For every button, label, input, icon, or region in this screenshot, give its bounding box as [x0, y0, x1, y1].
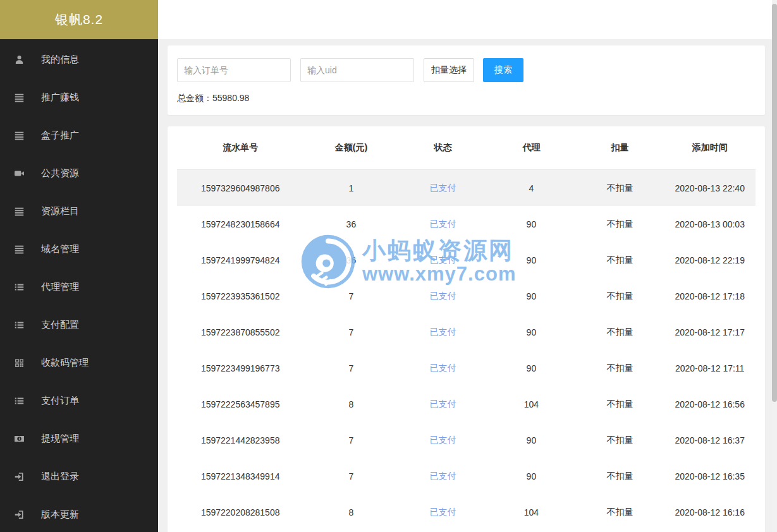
deduct-cell: 不扣量: [575, 507, 664, 518]
table-row: 15972213483499147已支付90不扣量2020-08-12 16:3…: [177, 458, 756, 494]
qrcode-icon: [14, 358, 25, 368]
deduct-select-button[interactable]: 扣量选择: [424, 58, 474, 82]
sidebar-item-withdraw-manage[interactable]: 提现管理: [0, 420, 158, 457]
sidebar-item-label: 盒子推广: [41, 130, 79, 142]
deduct-cell: 不扣量: [575, 183, 664, 194]
status-paid-link[interactable]: 已支付: [398, 399, 487, 410]
sidebar-item-version-update[interactable]: 版本更新: [0, 495, 158, 532]
list-icon: [14, 244, 25, 255]
sidebar-item-label: 推广赚钱: [41, 92, 79, 104]
column-header: 流水单号: [177, 142, 303, 154]
sidebar-item-agent-manage[interactable]: 代理管理: [0, 268, 158, 306]
order-number-cell: 1597221348349914: [177, 471, 303, 481]
amount-cell: 7: [303, 327, 398, 337]
deduct-cell: 不扣量: [575, 327, 664, 338]
status-paid-link[interactable]: 已支付: [398, 435, 487, 446]
column-header: 扣量: [575, 142, 664, 154]
sidebar-item-pay-config[interactable]: 支付配置: [0, 306, 158, 344]
status-paid-link[interactable]: 已支付: [398, 507, 487, 518]
scrollbar-track[interactable]: [772, 0, 777, 532]
order-number-cell: 1597222563457895: [177, 399, 303, 409]
order-number-cell: 1597221442823958: [177, 435, 303, 445]
sidebar-item-my-info[interactable]: 我的信息: [0, 40, 158, 78]
sidebar-item-label: 我的信息: [41, 54, 79, 66]
uid-input[interactable]: [300, 58, 414, 82]
search-button[interactable]: 搜索: [483, 58, 523, 82]
agent-cell: 90: [487, 327, 575, 337]
time-cell: 2020-08-12 16:35: [664, 471, 756, 481]
table-row: 15972225634578958已支付104不扣量2020-08-12 16:…: [177, 386, 756, 422]
orders-table-card: 流水单号金额(元)状态代理扣量添加时间 15973296049878061已支付…: [168, 126, 765, 532]
list-ul-icon: [14, 396, 25, 406]
list-icon: [14, 206, 25, 217]
sidebar-item-logout[interactable]: 退出登录: [0, 457, 158, 495]
table-body: 15973296049878061已支付4不扣量2020-08-13 22:40…: [177, 170, 756, 530]
order-number-cell: 1597223935361502: [177, 291, 303, 301]
total-amount-text: 总金额：55980.98: [177, 93, 756, 104]
status-paid-link[interactable]: 已支付: [398, 219, 487, 230]
time-cell: 2020-08-12 16:56: [664, 399, 756, 409]
sidebar-item-label: 退出登录: [41, 471, 79, 483]
sidebar-item-label: 域名管理: [41, 243, 79, 255]
deduct-cell: 不扣量: [575, 399, 664, 410]
sidebar-item-label: 公共资源: [41, 167, 79, 179]
amount-cell: 36: [303, 255, 398, 265]
time-cell: 2020-08-13 22:40: [664, 183, 756, 193]
video-icon: [14, 168, 25, 179]
sidebar-item-label: 代理管理: [41, 281, 79, 293]
table-row: 15972234991967737已支付90不扣量2020-08-12 17:1…: [177, 350, 756, 386]
table-row: 15972202082815088已支付104不扣量2020-08-12 16:…: [177, 494, 756, 530]
status-paid-link[interactable]: 已支付: [398, 183, 487, 194]
order-number-input[interactable]: [177, 58, 291, 82]
amount-cell: 8: [303, 507, 398, 517]
sidebar-item-resource-column[interactable]: 资源栏目: [0, 192, 158, 230]
status-paid-link[interactable]: 已支付: [398, 255, 487, 266]
deduct-cell: 不扣量: [575, 435, 664, 446]
time-cell: 2020-08-12 17:17: [664, 327, 756, 337]
agent-cell: 90: [487, 219, 575, 229]
status-paid-link[interactable]: 已支付: [398, 363, 487, 374]
list-icon: [14, 130, 25, 141]
amount-cell: 1: [303, 183, 398, 193]
scrollbar-thumb[interactable]: [772, 4, 777, 402]
table-row: 15972238708555027已支付90不扣量2020-08-12 17:1…: [177, 314, 756, 350]
table-row: 159724823015866436已支付90不扣量2020-08-13 00:…: [177, 206, 756, 242]
time-cell: 2020-08-12 22:19: [664, 255, 756, 265]
deduct-cell: 不扣量: [575, 363, 664, 374]
column-header: 添加时间: [664, 142, 756, 154]
amount-cell: 7: [303, 471, 398, 481]
agent-cell: 104: [487, 507, 575, 517]
time-cell: 2020-08-12 17:11: [664, 363, 756, 373]
sidebar-item-domain-manage[interactable]: 域名管理: [0, 230, 158, 268]
brand-title: 银帆8.2: [0, 0, 158, 39]
column-header: 代理: [487, 142, 575, 154]
order-number-cell: 1597329604987806: [177, 183, 303, 193]
sidebar-item-label: 支付配置: [41, 319, 79, 331]
order-number-cell: 1597248230158664: [177, 219, 303, 229]
agent-cell: 104: [487, 399, 575, 409]
sidebar-item-box-promote[interactable]: 盒子推广: [0, 116, 158, 154]
status-paid-link[interactable]: 已支付: [398, 471, 487, 482]
sidebar-item-label: 支付订单: [41, 395, 79, 407]
search-row: 扣量选择 搜索: [177, 58, 756, 82]
order-number-cell: 1597220208281508: [177, 507, 303, 517]
search-panel: 扣量选择 搜索 总金额：55980.98: [168, 45, 765, 115]
sidebar-item-qrcode-manage[interactable]: 收款码管理: [0, 344, 158, 382]
time-cell: 2020-08-12 17:18: [664, 291, 756, 301]
sidebar-item-promote-earn[interactable]: 推广赚钱: [0, 78, 158, 116]
status-paid-link[interactable]: 已支付: [398, 327, 487, 338]
time-cell: 2020-08-13 00:03: [664, 219, 756, 229]
column-header: 金额(元): [303, 142, 398, 154]
status-paid-link[interactable]: 已支付: [398, 291, 487, 302]
list-ul-icon: [14, 320, 25, 330]
order-number-cell: 1597223870855502: [177, 327, 303, 337]
app-root: 银帆8.2 我的信息推广赚钱盒子推广公共资源资源栏目域名管理代理管理支付配置收款…: [0, 0, 777, 532]
table-row: 159724199979482436已支付90不扣量2020-08-12 22:…: [177, 242, 756, 278]
list-icon: [14, 92, 25, 103]
signout-icon: [14, 471, 25, 482]
agent-cell: 4: [487, 183, 575, 193]
column-header: 状态: [398, 142, 487, 154]
deduct-cell: 不扣量: [575, 219, 664, 230]
sidebar-item-pay-order[interactable]: 支付订单: [0, 382, 158, 420]
sidebar-item-public-resource[interactable]: 公共资源: [0, 154, 158, 192]
